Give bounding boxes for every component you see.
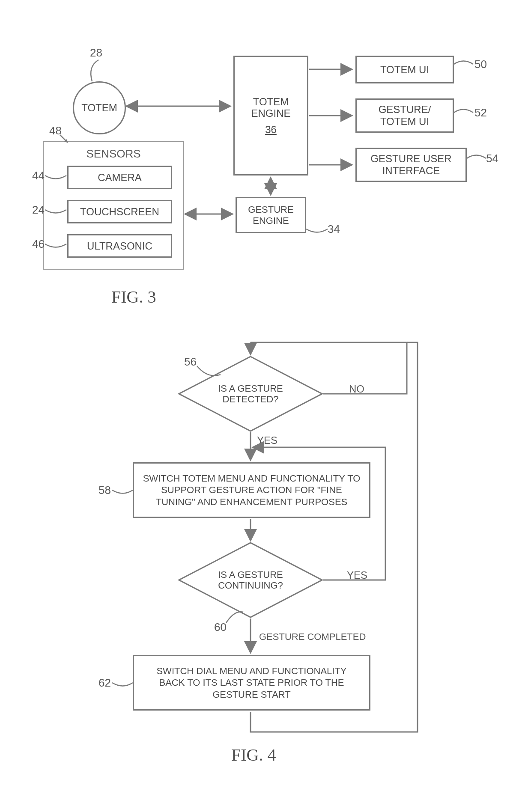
- fig4-caption: FIG. 4: [231, 745, 276, 765]
- fig4-connectors: [0, 0, 531, 812]
- d1-text: IS A GESTURE DETECTED?: [178, 383, 323, 405]
- d2-text: IS A GESTURE CONTINUING?: [178, 569, 323, 591]
